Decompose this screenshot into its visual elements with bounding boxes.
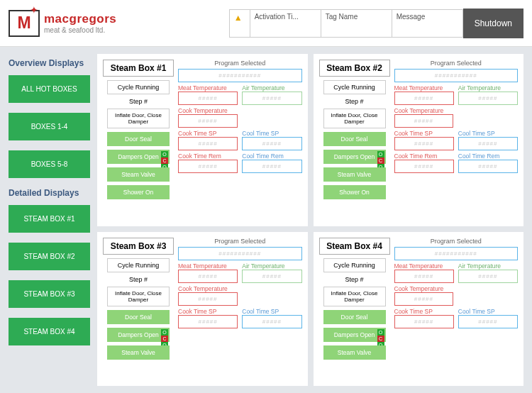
open-indicator: O: [377, 151, 384, 157]
cool-time-sp-label: Cool Time SP: [242, 308, 301, 315]
sidebar-item-steam-box-1[interactable]: STEAM BOX #1: [9, 205, 90, 233]
cool-time-rem-label: Cool Time Rem: [242, 153, 301, 160]
cook-time-sp-label: Cook Time SP: [394, 130, 454, 137]
cool-time-sp-label: Cool Time SP: [458, 308, 518, 315]
step-label: Step #: [345, 276, 363, 283]
cook-temp-label: Cook Temperature: [178, 285, 302, 292]
logo: ✦ M macgregors meat & seafood ltd.: [9, 10, 116, 37]
sidebar: Overview Displays ALL HOT BOXES BOXES 1-…: [9, 54, 90, 386]
cook-temp-value: #####: [394, 292, 454, 306]
cool-time-sp-value: #####: [242, 315, 301, 328]
maple-leaf-icon: ✦: [30, 4, 38, 16]
steam-box-panel-3: Steam Box #3 Cycle Running Step # Inflat…: [97, 232, 308, 387]
air-temp-label: Air Temperature: [458, 84, 518, 92]
close-indicator: C: [377, 157, 384, 164]
program-selected-label: Program Selected: [178, 60, 302, 67]
open-indicator: O: [161, 151, 168, 157]
cook-time-rem-label: Cook Time Rem: [394, 153, 454, 160]
sidebar-item-boxes-5-8[interactable]: BOXES 5-8: [9, 150, 90, 178]
air-temp-value: #####: [242, 92, 301, 105]
program-selected-label: Program Selected: [394, 60, 519, 67]
steam-box-panel-4: Steam Box #4 Cycle Running Step # Inflat…: [314, 232, 524, 387]
cook-temp-label: Cook Temperature: [178, 107, 302, 114]
sidebar-item-boxes-1-4[interactable]: BOXES 1-4: [9, 113, 90, 140]
cook-time-rem-label: Cook Time Rem: [178, 153, 238, 160]
cook-temp-label: Cook Temperature: [394, 285, 519, 292]
air-temp-value: #####: [458, 270, 518, 283]
sidebar-item-steam-box-3[interactable]: STEAM BOX #3: [9, 280, 90, 308]
meat-temp-label: Meat Temperature: [394, 84, 454, 92]
dampers-open[interactable]: Dampers Open OCOC: [107, 328, 170, 342]
dampers-open[interactable]: Dampers Open OCOC: [323, 150, 386, 164]
cool-time-rem-value: #####: [242, 160, 301, 173]
detailed-title: Detailed Displays: [9, 188, 90, 198]
cook-temp-value: #####: [178, 292, 238, 306]
meat-temp-label: Meat Temperature: [178, 84, 238, 92]
cool-time-rem-value: #####: [458, 160, 518, 173]
alarm-grid: ▲ Activation Ti... Tag Name Message: [229, 9, 463, 38]
shower-on[interactable]: Shower On: [107, 185, 170, 199]
cook-time-sp-value: #####: [178, 315, 238, 328]
inflate-door: Inflate Door, Close Damper: [323, 109, 386, 128]
steam-box-panel-2: Steam Box #2 Cycle Running Step # Inflat…: [314, 54, 524, 226]
cook-temp-label: Cook Temperature: [394, 107, 519, 114]
steam-valve[interactable]: Steam Valve: [323, 167, 386, 182]
logo-tag: meat & seafood ltd.: [44, 26, 116, 34]
message-header: Message: [392, 10, 462, 37]
cook-time-sp-label: Cook Time SP: [178, 308, 238, 315]
program-selected-label: Program Selected: [394, 238, 519, 245]
steam-valve[interactable]: Steam Valve: [107, 345, 170, 360]
cook-time-sp-label: Cook Time SP: [394, 308, 454, 315]
cool-time-sp-label: Cool Time SP: [458, 130, 518, 137]
steam-valve[interactable]: Steam Valve: [107, 167, 170, 182]
cook-temp-value: #####: [394, 114, 454, 128]
door-seal[interactable]: Door Seal: [107, 310, 170, 324]
shutdown-button[interactable]: Shutdown: [463, 9, 523, 38]
shower-on[interactable]: Shower On: [323, 185, 386, 199]
steam-box-panel-1: Steam Box #1 Cycle Running Step # Inflat…: [97, 54, 308, 226]
meat-temp-label: Meat Temperature: [178, 262, 238, 270]
cool-time-sp-value: #####: [458, 137, 518, 150]
overview-title: Overview Displays: [9, 58, 90, 68]
dampers-open[interactable]: Dampers Open OCOC: [323, 328, 386, 342]
close-indicator: C: [161, 157, 168, 164]
cycle-running: Cycle Running: [107, 80, 170, 94]
cook-time-sp-value: #####: [178, 137, 238, 150]
panel-title: Steam Box #3: [103, 238, 174, 255]
sidebar-item-steam-box-2[interactable]: STEAM BOX #2: [9, 243, 90, 270]
open-indicator: O: [161, 329, 168, 336]
inflate-door: Inflate Door, Close Damper: [323, 287, 386, 306]
inflate-door: Inflate Door, Close Damper: [107, 109, 170, 128]
meat-temp-value: #####: [394, 270, 454, 283]
program-selected-value: ###########: [178, 69, 302, 82]
steam-valve[interactable]: Steam Valve: [323, 345, 386, 360]
dampers-open[interactable]: Dampers Open OCOC: [107, 150, 170, 164]
step-label: Step #: [129, 276, 148, 283]
step-label: Step #: [129, 98, 148, 105]
program-selected-value: ###########: [394, 69, 519, 82]
sidebar-item-steam-box-4[interactable]: STEAM BOX #4: [9, 318, 90, 345]
cycle-running: Cycle Running: [107, 258, 170, 272]
warning-icon: ▲: [230, 10, 250, 37]
cook-time-rem-value: #####: [394, 160, 454, 173]
cool-time-sp-value: #####: [242, 137, 301, 150]
topbar: ✦ M macgregors meat & seafood ltd. ▲ Act…: [0, 0, 532, 47]
program-selected-label: Program Selected: [178, 238, 302, 245]
program-selected-value: ###########: [178, 247, 302, 260]
cook-time-rem-value: #####: [178, 160, 238, 173]
meat-temp-label: Meat Temperature: [394, 262, 454, 270]
cook-temp-value: #####: [178, 114, 238, 128]
program-selected-value: ###########: [394, 247, 519, 260]
panel-title: Steam Box #1: [103, 60, 174, 77]
open-indicator: O: [377, 329, 384, 336]
cool-time-sp-label: Cool Time SP: [242, 130, 301, 137]
cycle-running: Cycle Running: [323, 258, 386, 272]
panel-title: Steam Box #4: [319, 238, 390, 255]
door-seal[interactable]: Door Seal: [323, 132, 386, 146]
logo-icon: ✦ M: [9, 10, 40, 37]
air-temp-value: #####: [458, 92, 518, 105]
door-seal[interactable]: Door Seal: [107, 132, 170, 146]
door-seal[interactable]: Door Seal: [323, 310, 386, 324]
sidebar-item-all-hot-boxes[interactable]: ALL HOT BOXES: [9, 75, 90, 103]
cycle-running: Cycle Running: [323, 80, 386, 94]
